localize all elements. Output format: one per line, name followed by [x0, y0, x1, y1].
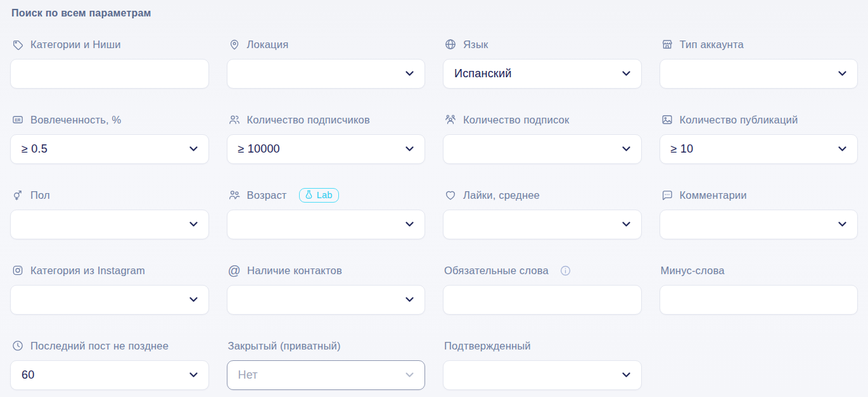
- field-label: Категория из Instagram: [30, 265, 145, 277]
- field-label-row: @ Наличие контактов: [228, 263, 426, 278]
- chevron-down-icon: [622, 372, 630, 378]
- verified-select[interactable]: [443, 360, 642, 390]
- field-label-row: Обязательные слова: [444, 263, 642, 278]
- engagement-select[interactable]: ≥ 0.5: [10, 134, 209, 164]
- lab-badge-label: Lab: [317, 190, 333, 200]
- field-last-post: Последний пост не позднее 60: [10, 338, 209, 390]
- at-icon: @: [228, 264, 241, 277]
- instagram-icon: [11, 264, 24, 277]
- minus-words-input[interactable]: [660, 285, 858, 315]
- field-required-words: Обязательные слова: [443, 263, 642, 315]
- account-type-select[interactable]: [660, 59, 858, 89]
- chevron-down-icon: [405, 222, 414, 227]
- storefront-icon: [661, 38, 673, 51]
- field-label: Тип аккаунта: [680, 39, 744, 51]
- er-badge-icon: ER: [11, 113, 24, 126]
- field-label-row: Язык: [444, 37, 642, 52]
- field-label-row: Подтвержденный: [444, 338, 642, 353]
- select-value: Испанский: [454, 67, 511, 80]
- field-language: Язык Испанский: [443, 37, 642, 89]
- field-label-row: Категории и Ниши: [11, 37, 209, 52]
- chevron-down-icon: [189, 222, 198, 227]
- field-categories-niches: Категории и Ниши: [10, 37, 209, 89]
- chevron-down-icon: [622, 71, 630, 77]
- field-label-row: ER Вовлеченность, %: [11, 112, 209, 127]
- field-label: Лайки, среднее: [463, 189, 540, 201]
- field-label: Количество подписок: [463, 114, 569, 126]
- instagram-category-select[interactable]: [10, 285, 209, 315]
- location-pin-icon: [228, 38, 241, 51]
- chevron-down-icon: [189, 372, 198, 378]
- field-label: Закрытый (приватный): [228, 340, 341, 352]
- chevron-down-icon: [622, 146, 630, 152]
- language-select[interactable]: Испанский: [443, 59, 642, 89]
- field-verified: Подтвержденный: [443, 338, 642, 390]
- field-label-row: Возраст Lab: [228, 187, 426, 203]
- field-label: Обязательные слова: [444, 265, 549, 277]
- field-label-row: Последний пост не позднее: [11, 338, 209, 353]
- tag-icon: [11, 38, 24, 51]
- search-filters-panel: Поиск по всем параметрам Категории и Ниш…: [0, 0, 868, 390]
- lab-badge: Lab: [299, 188, 340, 203]
- avg-likes-select[interactable]: [443, 210, 642, 239]
- comments-select[interactable]: [660, 210, 858, 239]
- field-label-row: Закрытый (приватный): [228, 338, 426, 353]
- field-comments: Комментарии: [660, 187, 858, 239]
- required-words-input[interactable]: [443, 285, 642, 315]
- chevron-down-icon: [838, 71, 846, 77]
- field-label: Количество публикаций: [680, 114, 798, 126]
- field-private: Закрытый (приватный) Нет: [227, 338, 426, 390]
- field-contacts: @ Наличие контактов: [227, 263, 426, 315]
- field-account-type: Тип аккаунта: [660, 37, 858, 89]
- followers-icon: [228, 113, 241, 126]
- field-label: Количество подписчиков: [247, 114, 370, 126]
- field-gender: Пол: [10, 187, 209, 239]
- age-icon: [228, 189, 241, 201]
- field-label-row: Пол: [11, 187, 209, 203]
- categories-niches-input[interactable]: [10, 59, 209, 89]
- field-label: Локация: [247, 39, 289, 51]
- field-label: Возраст: [247, 189, 287, 201]
- last-post-select[interactable]: 60: [10, 360, 209, 390]
- chevron-down-icon: [189, 146, 198, 152]
- age-select[interactable]: [227, 210, 426, 239]
- select-value: 60: [22, 369, 34, 382]
- field-followers-count: Количество подписчиков ≥ 10000: [227, 112, 426, 164]
- field-label-row: Минус-слова: [661, 263, 858, 278]
- image-icon: [661, 113, 673, 126]
- field-label-row: Категория из Instagram: [11, 263, 209, 278]
- contacts-select[interactable]: [227, 285, 426, 315]
- posts-count-select[interactable]: ≥ 10: [660, 134, 858, 164]
- followings-count-select[interactable]: [443, 134, 642, 164]
- followings-icon: [444, 113, 457, 126]
- chevron-down-icon: [405, 146, 414, 152]
- private-select[interactable]: Нет: [227, 360, 426, 390]
- field-age: Возраст Lab: [227, 187, 426, 239]
- field-label: Наличие контактов: [247, 265, 342, 277]
- field-label: Пол: [30, 189, 50, 201]
- select-value: ≥ 10: [671, 142, 694, 156]
- chevron-down-icon: [838, 222, 846, 227]
- field-instagram-category: Категория из Instagram: [10, 263, 209, 315]
- chevron-down-icon: [405, 372, 414, 378]
- info-icon[interactable]: [559, 265, 571, 277]
- field-label: Вовлеченность, %: [30, 114, 121, 126]
- field-label-row: Количество подписок: [444, 112, 642, 127]
- clock-icon: [11, 339, 24, 352]
- chevron-down-icon: [189, 297, 198, 303]
- followers-count-select[interactable]: ≥ 10000: [227, 134, 426, 164]
- field-label: Комментарии: [680, 189, 747, 201]
- chevron-down-icon: [622, 222, 630, 227]
- gender-select[interactable]: [10, 210, 209, 239]
- field-label: Подтвержденный: [444, 340, 531, 352]
- field-label-row: Тип аккаунта: [661, 37, 858, 52]
- location-select[interactable]: [227, 59, 426, 89]
- field-label-row: Количество публикаций: [661, 112, 858, 127]
- field-label-row: Лайки, среднее: [444, 187, 642, 203]
- field-label: Категории и Ниши: [30, 39, 121, 51]
- field-followings-count: Количество подписок: [443, 112, 642, 164]
- chevron-down-icon: [405, 71, 414, 77]
- field-label-row: Комментарии: [661, 187, 858, 203]
- select-value: Нет: [238, 369, 258, 382]
- heart-icon: [444, 189, 457, 201]
